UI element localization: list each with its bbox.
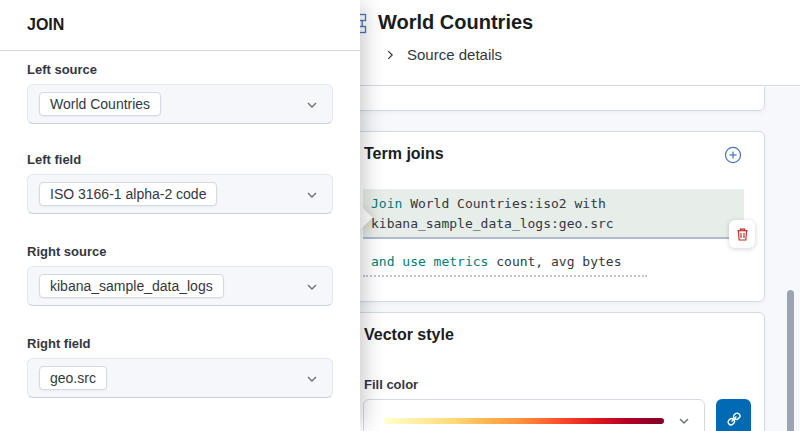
right-source-row: Right source kibana_sample_data_logs [27,244,333,306]
scrolled-panel-partial [346,87,765,111]
chevron-down-icon [676,413,692,429]
layer-title: World Countries [378,11,533,34]
left-source-combo[interactable]: World Countries [27,84,333,124]
add-join-button[interactable] [724,146,742,164]
link-icon [726,411,742,427]
divider [0,50,360,51]
expression-value: count, avg bytes [488,254,621,269]
right-field-combo[interactable]: geo.src [27,358,333,398]
fill-color-label: Fill color [364,377,418,392]
scrollbar[interactable] [787,290,794,431]
left-field-row: Left field ISO 3166-1 alpha-2 code [27,152,333,214]
source-details-toggle[interactable]: Source details [383,46,502,63]
left-field-label: Left field [27,152,333,167]
chevron-right-icon [383,47,397,63]
term-joins-title: Term joins [364,145,444,163]
right-field-row: Right field geo.src [27,336,333,398]
right-field-label: Right field [27,336,333,351]
metrics-expression[interactable]: and use metrics count, avg bytes [363,250,647,277]
trash-icon [735,227,750,242]
combo-value-badge: kibana_sample_data_logs [39,274,224,298]
vector-style-panel: Vector style Fill color [346,312,765,431]
chevron-down-icon [304,187,320,203]
source-details-label: Source details [407,46,502,63]
join-popover-title: JOIN [27,16,64,34]
combo-value-badge: World Countries [39,92,161,116]
link-style-button[interactable] [716,399,751,431]
right-source-combo[interactable]: kibana_sample_data_logs [27,266,333,306]
left-source-row: Left source World Countries [27,62,333,124]
left-source-label: Left source [27,62,333,77]
join-expression[interactable]: Join World Countries:iso2 with kibana_sa… [363,189,744,239]
expression-keyword: and use metrics [371,254,488,269]
layer-header: World Countries Source details [330,0,800,86]
combo-value-badge: geo.src [39,366,107,390]
expression-value: World Countries:iso2 with kibana_sample_… [371,196,614,231]
layer-settings-flyout: World Countries Source details Term join… [330,0,800,431]
combo-value-badge: ISO 3166-1 alpha-2 code [39,182,217,206]
fill-color-select[interactable] [363,399,705,431]
join-popover: JOIN Left source World Countries Left fi… [0,0,360,431]
right-source-label: Right source [27,244,333,259]
plus-in-circle-icon [724,146,742,164]
left-field-combo[interactable]: ISO 3166-1 alpha-2 code [27,174,333,214]
chevron-down-icon [304,279,320,295]
chevron-down-icon [304,97,320,113]
fill-color-ramp [384,418,664,424]
vector-style-title: Vector style [364,326,454,344]
expression-keyword: Join [371,196,402,211]
term-joins-panel: Term joins Join World Countries:iso2 wit… [346,131,765,302]
layer-content: Term joins Join World Countries:iso2 wit… [330,87,800,431]
chevron-down-icon [304,371,320,387]
delete-join-button[interactable] [729,220,755,248]
